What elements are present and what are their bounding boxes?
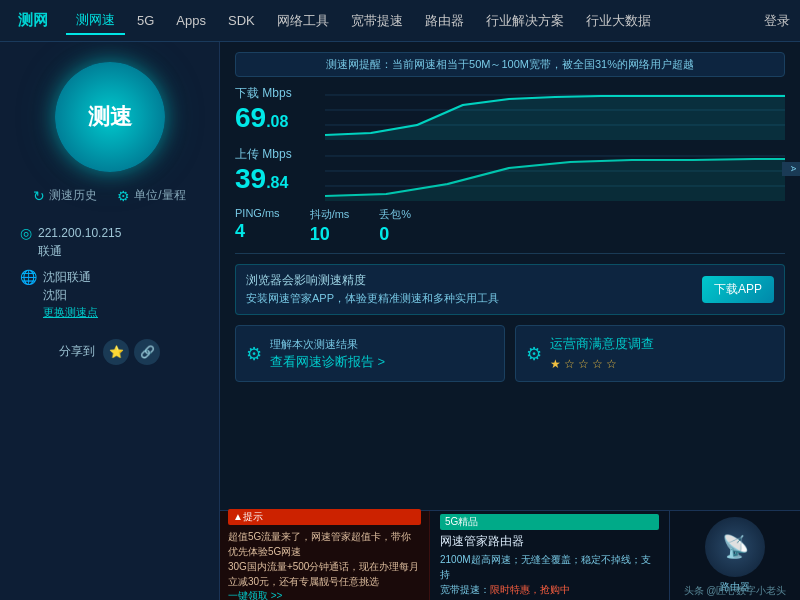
location-icon: ◎ [20, 225, 32, 241]
svg-marker-7 [325, 159, 785, 201]
share-section: 分享到 ⭐ 🔗 [59, 339, 160, 365]
diagnostics-icon: ⚙ [246, 343, 262, 365]
loss-value: 0 [379, 224, 411, 245]
download-speed-row: 下载 Mbps 69.08 [235, 85, 785, 140]
change-point-link[interactable]: 更换测速点 [43, 304, 98, 321]
nav-item-apps[interactable]: Apps [166, 9, 216, 32]
globe-icon: 🌐 [20, 269, 37, 285]
upload-label: 上传 Mbps [235, 146, 315, 163]
nav-item-5g[interactable]: 5G [127, 9, 164, 32]
history-button[interactable]: ↻ 测速历史 [33, 187, 97, 204]
nav-item-boost[interactable]: 宽带提速 [341, 8, 413, 34]
share-icons: ⭐ 🔗 [103, 339, 160, 365]
survey-title: 运营商满意度调查 [550, 334, 654, 354]
download-app-button[interactable]: 下载APP [702, 276, 774, 303]
nav-item-router[interactable]: 路由器 [415, 8, 474, 34]
nav-item-tools[interactable]: 网络工具 [267, 8, 339, 34]
bottom-bar: ▲提示 超值5G流量来了，网速管家超值卡，带你优先体验5G网速30G国内流量+5… [220, 510, 800, 600]
site-logo[interactable]: 测网 [10, 11, 56, 30]
network-info: ◎ 221.200.10.215 联通 🌐 沈阳联通 沈阳 更换测速点 [10, 219, 209, 334]
svg-marker-3 [325, 96, 785, 140]
app-download-banner: 浏览器会影响测速精度 安装网速管家APP，体验更精准测速和多种实用工具 下载AP… [235, 264, 785, 315]
share-wechat[interactable]: ⭐ [103, 339, 129, 365]
diag-text: 理解本次测速结果 [270, 336, 385, 353]
settings-icon: ⚙ [117, 188, 130, 204]
ping-value: 4 [235, 221, 280, 242]
nav-items: 测网速 5G Apps SDK 网络工具 宽带提速 路由器 行业解决方案 行业大… [66, 7, 764, 35]
promo-title: 网速管家路由器 [440, 533, 659, 550]
ping-row: PING/ms 4 抖动/ms 10 丢包% 0 [235, 207, 785, 254]
city-name: 沈阳 [43, 286, 98, 304]
upload-value: 39.84 [235, 165, 315, 193]
alert-text: 超值5G流量来了，网速管家超值卡，带你优先体验5G网速30G国内流量+500分钟… [228, 529, 421, 589]
upload-chart [325, 146, 785, 201]
left-actions: ↻ 测速历史 ⚙ 单位/量程 [33, 187, 185, 204]
nav-item-bigdata[interactable]: 行业大数据 [576, 8, 661, 34]
promo-section: 5G精品 网速管家路由器 2100M超高网速；无缝全覆盖；稳定不掉线；支持 宽带… [430, 511, 670, 600]
navigation: 测网 测网速 5G Apps SDK 网络工具 宽带提速 路由器 行业解决方案 … [0, 0, 800, 42]
jitter-label: 抖动/ms [310, 207, 350, 222]
ping-col: PING/ms 4 [235, 207, 280, 245]
left-panel: 测速 ↻ 测速历史 ⚙ 单位/量程 ◎ 221.200.10.215 联通 🌐 [0, 42, 220, 600]
promo-desc2: 宽带提速：限时特惠，抢购中 [440, 582, 659, 597]
side-ad: A [782, 162, 800, 176]
download-chart [325, 85, 785, 140]
promo-highlight: 限时特惠，抢购中 [490, 584, 570, 595]
promo-desc1: 2100M超高网速；无缝全覆盖；稳定不掉线；支持 [440, 552, 659, 582]
bottom-link-cards: ⚙ 理解本次测速结果 查看网速诊断报告 > ⚙ 运营商满意度调查 ★ ☆ ☆ ☆… [235, 325, 785, 383]
ip-row: ◎ 221.200.10.215 联通 [20, 224, 199, 260]
location-row: 🌐 沈阳联通 沈阳 更换测速点 [20, 268, 199, 321]
download-value: 69.08 [235, 104, 315, 132]
footer-brand: 头条 @匠心数字小老头 [670, 584, 800, 598]
ip-address: 221.200.10.215 [38, 224, 121, 242]
speed-alert-banner: 测速网提醒：当前网速相当于50M～100M宽带，被全国31%的网络用户超越 [235, 52, 785, 77]
share-label: 分享到 [59, 343, 95, 360]
star-rating[interactable]: ★ ☆ ☆ ☆ ☆ [550, 355, 654, 373]
loss-col: 丢包% 0 [379, 207, 411, 245]
banner-desc: 安装网速管家APP，体验更精准测速和多种实用工具 [246, 290, 499, 308]
share-link[interactable]: 🔗 [134, 339, 160, 365]
alert-link[interactable]: 一键领取 >> [228, 589, 421, 601]
survey-icon: ⚙ [526, 343, 542, 365]
history-icon: ↻ [33, 188, 45, 204]
nav-item-sdk[interactable]: SDK [218, 9, 265, 32]
promo-tag: 5G精品 [440, 514, 659, 530]
loss-label: 丢包% [379, 207, 411, 222]
login-button[interactable]: 登录 [764, 12, 790, 30]
main-content: 测速 ↻ 测速历史 ⚙ 单位/量程 ◎ 221.200.10.215 联通 🌐 [0, 42, 800, 600]
upload-speed-row: 上传 Mbps 39.84 [235, 146, 785, 201]
router-section: 📡 路由器 头条 @匠心数字小老头 [670, 511, 800, 600]
diag-link[interactable]: 查看网速诊断报告 > [270, 352, 385, 372]
jitter-value: 10 [310, 224, 350, 245]
isp-name: 联通 [38, 242, 121, 260]
right-panel: 测速网提醒：当前网速相当于50M～100M宽带，被全国31%的网络用户超越 下载… [220, 42, 800, 600]
download-label: 下载 Mbps [235, 85, 315, 102]
bottom-alert-section: ▲提示 超值5G流量来了，网速管家超值卡，带你优先体验5G网速30G国内流量+5… [220, 511, 430, 600]
jitter-col: 抖动/ms 10 [310, 207, 350, 245]
diagnostics-card[interactable]: ⚙ 理解本次测速结果 查看网速诊断报告 > [235, 325, 505, 383]
nav-item-solutions[interactable]: 行业解决方案 [476, 8, 574, 34]
location-name: 沈阳联通 [43, 268, 98, 286]
banner-title: 浏览器会影响测速精度 [246, 271, 499, 290]
router-image: 📡 [705, 517, 765, 577]
unit-button[interactable]: ⚙ 单位/量程 [117, 187, 185, 204]
alert-tag: ▲提示 [228, 509, 421, 525]
ping-label: PING/ms [235, 207, 280, 219]
speed-start-button[interactable]: 测速 [55, 62, 165, 172]
nav-item-speed[interactable]: 测网速 [66, 7, 125, 35]
survey-card[interactable]: ⚙ 运营商满意度调查 ★ ☆ ☆ ☆ ☆ [515, 325, 785, 383]
